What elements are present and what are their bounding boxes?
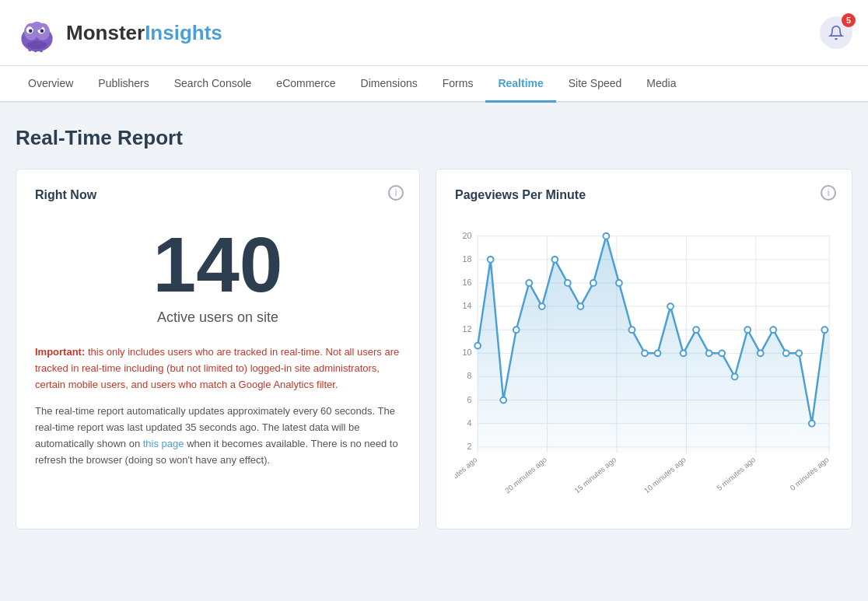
svg-point-62 (770, 327, 776, 333)
header: MonsterInsights 5 (0, 0, 868, 66)
svg-point-5 (29, 29, 33, 33)
svg-point-63 (783, 350, 789, 356)
logo-monster: Monster (66, 21, 145, 44)
monster-icon (16, 12, 58, 54)
right-now-card: Right Now i 140 Active users on site Imp… (16, 169, 420, 529)
svg-rect-8 (29, 47, 32, 51)
svg-text:25 minutes ago: 25 minutes ago (455, 455, 478, 494)
info-text: The real-time report automatically updat… (35, 404, 401, 468)
svg-point-53 (655, 350, 661, 356)
pageviews-chart: 2 4 6 8 10 12 14 16 18 20 (455, 215, 833, 510)
right-now-info-icon[interactable]: i (388, 185, 404, 201)
svg-text:6: 6 (467, 395, 471, 404)
svg-point-56 (693, 327, 699, 333)
svg-point-65 (809, 421, 815, 427)
svg-text:5 minutes ago: 5 minutes ago (715, 455, 757, 492)
svg-point-51 (629, 327, 635, 333)
pageviews-title: Pageviews Per Minute (455, 188, 833, 202)
svg-text:4: 4 (467, 418, 471, 428)
svg-rect-9 (34, 48, 37, 52)
svg-point-54 (667, 303, 674, 309)
nav-item-forms[interactable]: Forms (430, 66, 486, 103)
svg-point-55 (681, 350, 687, 356)
svg-text:20: 20 (462, 231, 471, 240)
svg-text:2: 2 (467, 442, 471, 451)
svg-point-52 (642, 350, 648, 356)
line-chart-svg: 2 4 6 8 10 12 14 16 18 20 (455, 215, 833, 510)
svg-point-48 (590, 280, 597, 286)
svg-point-61 (758, 350, 764, 356)
svg-point-39 (474, 343, 481, 349)
svg-text:14: 14 (462, 301, 471, 310)
logo-insights: Insights (145, 21, 222, 44)
cards-row: Right Now i 140 Active users on site Imp… (16, 169, 852, 529)
nav-item-realtime[interactable]: Realtime (485, 66, 555, 103)
notice-body: this only includes users who are tracked… (35, 346, 399, 390)
svg-point-57 (706, 350, 712, 356)
svg-text:8: 8 (467, 371, 471, 380)
active-users-count: 140 (35, 225, 401, 303)
svg-text:10: 10 (462, 348, 471, 357)
nav-item-publishers[interactable]: Publishers (86, 66, 161, 103)
svg-point-50 (616, 280, 622, 286)
svg-point-11 (31, 21, 43, 30)
svg-point-45 (551, 257, 558, 263)
right-now-title: Right Now (35, 188, 401, 202)
svg-point-42 (513, 327, 520, 333)
svg-point-44 (539, 303, 545, 309)
svg-rect-10 (40, 48, 43, 52)
nav-item-media[interactable]: Media (634, 66, 688, 103)
notice-text: Important: this only includes users who … (35, 344, 401, 393)
nav-item-ecommerce[interactable]: eCommerce (264, 66, 348, 103)
logo-text: MonsterInsights (66, 21, 222, 45)
logo-area: MonsterInsights (16, 12, 222, 54)
svg-point-66 (821, 327, 828, 333)
active-users-label: Active users on site (35, 309, 401, 326)
svg-text:10 minutes ago: 10 minutes ago (642, 455, 688, 494)
main-nav: Overview Publishers Search Console eComm… (0, 66, 868, 103)
nav-item-site-speed[interactable]: Site Speed (556, 66, 635, 103)
svg-point-46 (565, 280, 571, 286)
svg-point-47 (577, 303, 583, 309)
bell-icon (828, 25, 844, 40)
svg-point-64 (796, 350, 802, 356)
svg-point-43 (526, 280, 532, 286)
svg-point-6 (40, 29, 44, 33)
svg-point-49 (604, 233, 610, 239)
svg-marker-38 (478, 236, 829, 453)
page-title: Real-Time Report (16, 126, 852, 150)
svg-text:12: 12 (462, 324, 471, 334)
svg-text:15 minutes ago: 15 minutes ago (572, 455, 618, 494)
pageviews-info-icon[interactable]: i (821, 185, 836, 201)
svg-point-60 (744, 327, 751, 333)
nav-item-search-console[interactable]: Search Console (162, 66, 264, 103)
svg-point-59 (732, 374, 738, 380)
svg-text:16: 16 (462, 278, 471, 287)
pageviews-card: Pageviews Per Minute i 2 4 6 8 (436, 169, 852, 529)
nav-item-overview[interactable]: Overview (16, 66, 86, 103)
svg-point-58 (719, 350, 725, 356)
page-content: Real-Time Report Right Now i 140 Active … (0, 103, 868, 553)
svg-point-41 (500, 397, 506, 404)
notification-bell-button[interactable]: 5 (820, 16, 852, 49)
important-label: Important: (35, 346, 85, 358)
this-page-link[interactable]: this page (143, 438, 184, 449)
svg-point-40 (488, 257, 494, 263)
nav-item-dimensions[interactable]: Dimensions (348, 66, 430, 103)
header-right: 5 (820, 16, 852, 49)
svg-text:20 minutes ago: 20 minutes ago (503, 455, 548, 494)
svg-text:18: 18 (462, 254, 471, 264)
notification-badge: 5 (842, 13, 856, 27)
svg-text:0 minutes ago: 0 minutes ago (789, 455, 831, 492)
